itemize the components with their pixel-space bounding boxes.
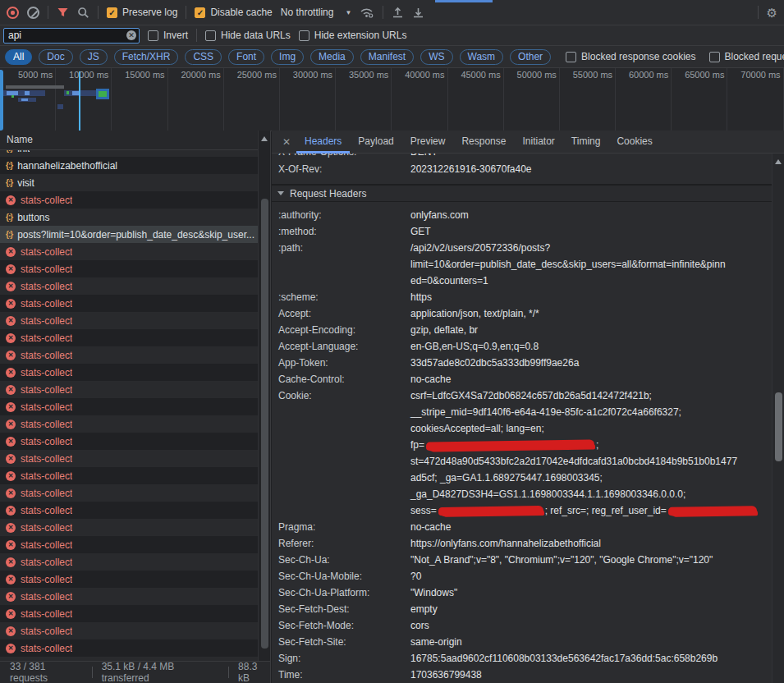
request-name: stats-collect bbox=[21, 350, 72, 361]
request-row[interactable]: {:}posts?limit=10&order=publish_date_des… bbox=[0, 226, 258, 243]
json-file-icon: {:} bbox=[6, 230, 12, 239]
header-value-line: ad5cf; _ga=GA1.1.689275447.1698003345; bbox=[410, 470, 772, 486]
search-icon[interactable] bbox=[77, 7, 89, 19]
filter-pill-img[interactable]: Img bbox=[271, 49, 304, 65]
request-name: stats-collect bbox=[21, 281, 72, 292]
tab-preview[interactable]: Preview bbox=[402, 131, 454, 154]
details-scrollbar[interactable] bbox=[772, 154, 784, 683]
error-status-icon: ✕ bbox=[6, 488, 16, 498]
filter-checkbox-blocked-response-cookies[interactable]: Blocked response cookies bbox=[566, 51, 695, 62]
request-row[interactable]: ✕stats-collect bbox=[0, 381, 258, 398]
header-row: Cache-Control:no-cache bbox=[272, 371, 772, 387]
waterfall-overview[interactable]: 5000 ms10000 ms15000 ms20000 ms25000 ms3… bbox=[0, 68, 784, 131]
settings-gear-icon[interactable]: ⚙ bbox=[767, 7, 777, 19]
request-name: stats-collect bbox=[21, 505, 72, 516]
disable-cache-checkbox[interactable]: ✓ Disable cache bbox=[195, 7, 272, 18]
header-name: Sec-Fetch-Dest: bbox=[278, 601, 410, 617]
status-item: 88.3 kB bbox=[238, 661, 270, 683]
scroll-up-arrow-icon[interactable] bbox=[775, 159, 782, 164]
request-row[interactable]: ✕stats-collect bbox=[0, 277, 258, 295]
filter-pill-manifest[interactable]: Manifest bbox=[360, 49, 414, 65]
request-row[interactable]: ✕stats-collect bbox=[0, 433, 258, 450]
filter-pill-css[interactable]: CSS bbox=[185, 49, 222, 65]
header-value-line: st=472d48a90d5433bfc2a2d17042e4dfdcafd31… bbox=[410, 453, 772, 470]
request-row[interactable]: ✕stats-collect bbox=[0, 312, 258, 329]
request-row[interactable]: ✕stats-collect bbox=[0, 364, 258, 381]
scroll-up-arrow-icon[interactable] bbox=[261, 136, 268, 141]
close-details-icon[interactable]: ✕ bbox=[277, 136, 296, 148]
tab-response[interactable]: Response bbox=[453, 131, 514, 154]
request-row[interactable]: {:}visit bbox=[0, 174, 258, 191]
header-value: "Not_A Brand";v="8", "Chromium";v="120",… bbox=[410, 552, 772, 568]
request-row[interactable]: ✕stats-collect bbox=[0, 450, 258, 467]
name-column-header[interactable]: Name bbox=[0, 131, 270, 150]
request-row[interactable]: ✕stats-collect bbox=[0, 536, 258, 553]
hide-extension-urls-checkbox[interactable]: Hide extension URLs bbox=[299, 30, 407, 41]
clear-network-log-icon[interactable] bbox=[27, 7, 39, 19]
request-row[interactable]: {:}buttons bbox=[0, 209, 258, 226]
request-row[interactable]: ✕stats-collect bbox=[0, 622, 258, 639]
filter-checkbox-blocked-requests[interactable]: Blocked requests bbox=[709, 51, 784, 62]
header-name: Sec-Fetch-Site: bbox=[278, 634, 410, 650]
filter-pill-fetch-xhr[interactable]: Fetch/XHR bbox=[114, 49, 179, 65]
filter-pill-ws[interactable]: WS bbox=[420, 49, 452, 65]
scrollbar-thumb[interactable] bbox=[775, 392, 782, 461]
request-row[interactable]: ✕stats-collect bbox=[0, 553, 258, 571]
range-left-handle[interactable] bbox=[0, 70, 3, 131]
invert-checkbox[interactable]: Invert bbox=[148, 30, 188, 41]
tab-payload[interactable]: Payload bbox=[350, 131, 401, 154]
filter-pill-font[interactable]: Font bbox=[228, 49, 264, 65]
request-headers-section[interactable]: Request Headers bbox=[272, 184, 772, 202]
hide-data-urls-checkbox[interactable]: Hide data URLs bbox=[205, 30, 291, 41]
filter-input[interactable] bbox=[3, 28, 140, 44]
request-row[interactable]: ✕stats-collect bbox=[0, 243, 258, 260]
request-row[interactable]: {:}hannahelizabethofficial bbox=[0, 157, 258, 174]
header-row: :path:/api2/v2/users/20572336/posts?limi… bbox=[272, 240, 772, 289]
filter-pill-other[interactable]: Other bbox=[510, 49, 551, 65]
request-row[interactable]: ✕stats-collect bbox=[0, 415, 258, 433]
request-row[interactable]: ✕stats-collect bbox=[0, 588, 258, 605]
request-row[interactable]: ✕stats-collect bbox=[0, 329, 258, 346]
timeline-tick: 60000 ms bbox=[616, 68, 672, 131]
filter-icon[interactable] bbox=[57, 7, 69, 18]
clear-filter-icon[interactable]: ✕ bbox=[126, 30, 136, 40]
throttling-select[interactable]: No throttling ▼ bbox=[281, 7, 352, 18]
request-row[interactable]: ✕stats-collect bbox=[0, 467, 258, 484]
request-list-scrollbar[interactable] bbox=[258, 131, 270, 661]
request-row[interactable]: {:}init bbox=[0, 150, 258, 157]
import-har-icon[interactable] bbox=[392, 7, 404, 19]
filter-pill-all[interactable]: All bbox=[5, 49, 32, 65]
tab-initiator[interactable]: Initiator bbox=[514, 131, 562, 154]
request-row[interactable]: ✕stats-collect bbox=[0, 571, 258, 588]
export-har-icon[interactable] bbox=[412, 7, 424, 19]
filter-pill-doc[interactable]: Doc bbox=[39, 49, 72, 65]
filter-pill-js[interactable]: JS bbox=[80, 49, 108, 65]
filter-pill-wasm[interactable]: Wasm bbox=[460, 49, 504, 65]
request-row[interactable]: ✕stats-collect bbox=[0, 605, 258, 622]
filter-bar: ✕ Invert Hide data URLs Hide extension U… bbox=[0, 25, 784, 46]
header-name: :authority: bbox=[278, 207, 410, 223]
request-row[interactable]: ✕stats-collect bbox=[0, 502, 258, 519]
record-network-log-icon[interactable] bbox=[7, 7, 19, 19]
request-row[interactable]: ✕stats-collect bbox=[0, 484, 258, 502]
request-row[interactable]: ✕stats-collect bbox=[0, 260, 258, 277]
request-row[interactable]: ✕stats-collect bbox=[0, 191, 258, 209]
tab-timing[interactable]: Timing bbox=[563, 131, 609, 154]
header-name: Sec-Ch-Ua-Platform: bbox=[278, 584, 410, 601]
request-row[interactable]: ✕stats-collect bbox=[0, 295, 258, 312]
request-name: stats-collect bbox=[21, 539, 72, 551]
error-status-icon: ✕ bbox=[6, 385, 16, 395]
scrollbar-thumb[interactable] bbox=[261, 199, 268, 649]
request-row[interactable]: ✕stats-collect bbox=[0, 346, 258, 364]
request-row[interactable]: ✕stats-collect bbox=[0, 398, 258, 415]
network-conditions-icon[interactable] bbox=[360, 7, 374, 18]
header-row: :method:GET bbox=[272, 223, 772, 240]
request-row[interactable]: ✕stats-collect bbox=[0, 639, 258, 657]
tab-headers[interactable]: Headers bbox=[296, 131, 350, 154]
waterfall-bar bbox=[96, 89, 109, 99]
request-row[interactable]: ✕stats-collect bbox=[0, 519, 258, 536]
preserve-log-checkbox[interactable]: ✓ Preserve log bbox=[107, 7, 177, 18]
filter-pill-media[interactable]: Media bbox=[310, 49, 354, 65]
header-name: App-Token: bbox=[278, 355, 410, 371]
tab-cookies[interactable]: Cookies bbox=[608, 131, 660, 154]
